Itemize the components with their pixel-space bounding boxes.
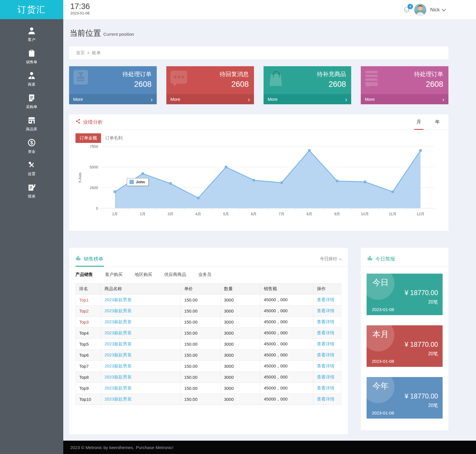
sidebar-item-sales-order[interactable]: 销售单 xyxy=(0,46,63,68)
product-link[interactable]: 2023新款男装 xyxy=(104,352,131,357)
view-detail-link[interactable]: 查看详情 xyxy=(317,297,334,302)
view-detail-link[interactable]: 查看详情 xyxy=(317,385,334,390)
breadcrumb-separator: > xyxy=(87,50,90,55)
stat-card-body: 待处理订单2608 xyxy=(69,66,157,94)
view-detail-link[interactable]: 查看详情 xyxy=(317,308,334,313)
view-detail-link[interactable]: 查看详情 xyxy=(317,352,334,357)
breadcrumb-item[interactable]: 账单 xyxy=(92,50,101,55)
purchase-order-icon xyxy=(27,94,36,102)
series-tab-订单金额[interactable]: 订单金额 xyxy=(75,133,101,143)
view-detail-link[interactable]: 查看详情 xyxy=(317,363,334,368)
stat-card-more-link[interactable]: More› xyxy=(264,94,351,104)
period-tabs: 月年 xyxy=(405,119,442,130)
sidebar-item-report[interactable]: 报表 xyxy=(0,180,63,202)
table-row: Top72023新款男装150.00300045000，000查看详情 xyxy=(76,361,341,372)
stat-card-value: 2608 xyxy=(317,80,346,89)
product-link[interactable]: 2023新款男装 xyxy=(104,308,131,313)
user-area: 4 Nick xyxy=(403,0,445,19)
product-cell: 2023新款男装 xyxy=(101,295,181,306)
product-library-icon xyxy=(27,116,36,125)
copyright-text: 2023 © Metronic by keenthemes. xyxy=(70,445,134,450)
chart-legend[interactable]: John xyxy=(127,178,149,186)
sidebar-item-label: 采购单 xyxy=(26,104,37,110)
product-cell: 2023新款男装 xyxy=(101,317,181,328)
stat-card-more-link[interactable]: More› xyxy=(166,94,254,104)
current-time: 17:36 xyxy=(70,2,90,11)
product-link[interactable]: 2023新款男装 xyxy=(104,330,131,335)
amount-cell: 45000，000 xyxy=(260,295,313,306)
chevron-right-icon: › xyxy=(248,97,250,101)
sidebar-item-product-library[interactable]: 商品库 xyxy=(0,113,63,135)
legend-label: John xyxy=(136,180,145,184)
area-chart: 0250050007500Y-Axis1月2月3月4月5月6月7月8月9月10月… xyxy=(69,143,448,230)
stat-card-more-link[interactable]: More› xyxy=(69,94,157,104)
notifications-button[interactable]: 4 xyxy=(403,6,410,14)
column-header: 单价 xyxy=(181,283,220,295)
qty-cell: 3000 xyxy=(220,295,260,306)
sidebar-item-settings[interactable]: 设置 xyxy=(0,157,63,180)
product-link[interactable]: 2023新款男装 xyxy=(104,319,131,324)
product-link[interactable]: 2023新款男装 xyxy=(104,396,131,401)
table-header-row: 排名商品名称单价数量销售额操作 xyxy=(76,283,341,295)
sidebar-item-customer[interactable]: 客户 xyxy=(0,23,63,46)
rank-cell: Top4 xyxy=(76,328,101,339)
amount-cell: 45000，000 xyxy=(260,328,313,339)
app-logo[interactable]: 订货汇 xyxy=(0,0,63,19)
sales-tab-地区购买[interactable]: 地区购买 xyxy=(135,272,152,277)
view-detail-link[interactable]: 查看详情 xyxy=(317,396,334,401)
brief-amount: ¥ 18770.00 xyxy=(405,289,438,297)
sales-tab-产品销售[interactable]: 产品销售 xyxy=(75,272,93,277)
period-tab-月[interactable]: 月 xyxy=(414,119,423,130)
list-icon xyxy=(364,69,383,88)
rank-cell: Top3 xyxy=(76,317,101,328)
purchase-link[interactable]: Purchase Metronic! xyxy=(136,445,173,450)
action-cell: 查看详情 xyxy=(313,372,341,383)
column-header: 数量 xyxy=(220,283,260,295)
action-cell: 查看详情 xyxy=(313,350,341,361)
sales-tab-业务员[interactable]: 业务员 xyxy=(198,272,211,277)
avatar[interactable] xyxy=(414,4,426,16)
clock: 17:36 2023-01-08 xyxy=(70,2,90,15)
sidebar-item-funds[interactable]: $资金 xyxy=(0,135,63,157)
view-detail-link[interactable]: 查看详情 xyxy=(317,319,334,324)
series-tab-订单毛利[interactable]: 订单毛利 xyxy=(101,133,127,143)
topbar: 17:36 2023-01-08 4 Nick xyxy=(63,0,476,20)
price-cell: 150.00 xyxy=(181,350,220,361)
stat-card-title: 待处理订单 xyxy=(122,70,152,78)
sidebar-item-label: 设置 xyxy=(28,171,35,177)
action-cell: 查看详情 xyxy=(313,383,341,394)
product-link[interactable]: 2023新款男装 xyxy=(104,385,131,390)
product-link[interactable]: 2023新款男装 xyxy=(104,363,131,368)
svg-text:7500: 7500 xyxy=(90,144,98,149)
product-cell: 2023新款男装 xyxy=(101,350,181,361)
sales-tab-供应商商品[interactable]: 供应商商品 xyxy=(164,272,186,277)
sidebar-item-purchase-order[interactable]: 采购单 xyxy=(0,90,63,113)
product-link[interactable]: 2023新款男装 xyxy=(104,374,131,379)
view-detail-link[interactable]: 查看详情 xyxy=(317,374,334,379)
sidebar-item-merchant[interactable]: 商家 xyxy=(0,68,63,90)
stat-card-more-link[interactable]: More› xyxy=(361,94,448,104)
svg-text:12月: 12月 xyxy=(416,212,424,216)
amount-cell: 45000，000 xyxy=(260,317,313,328)
brief-amount: ¥ 18770.00 xyxy=(405,341,438,349)
sales-tab-客户购买[interactable]: 客户购买 xyxy=(105,272,122,277)
customer-icon xyxy=(27,26,36,35)
product-link[interactable]: 2023新款男装 xyxy=(104,341,131,346)
price-cell: 150.00 xyxy=(181,394,220,405)
breadcrumb-item[interactable]: 首页 xyxy=(76,50,85,55)
product-link[interactable]: 2023新款男装 xyxy=(104,297,131,302)
period-tab-年[interactable]: 年 xyxy=(433,119,442,129)
view-detail-link[interactable]: 查看详情 xyxy=(317,341,334,346)
brief-label: 今日 xyxy=(372,277,389,288)
sales-ranking-panel: 销售榜单 今日排行 产品销售客户购买地区购买供应商商品业务员 排名商品名称单价数… xyxy=(69,248,348,434)
user-menu[interactable]: Nick xyxy=(430,7,445,13)
svg-text:3月: 3月 xyxy=(167,212,173,216)
view-detail-link[interactable]: 查看详情 xyxy=(317,330,334,335)
brief-label: 本月 xyxy=(372,329,389,340)
more-label: More xyxy=(268,97,277,102)
brief-date: 2023-01-08 xyxy=(372,307,394,312)
sales-filter-dropdown[interactable]: 今日排行 xyxy=(320,256,341,262)
brief-count: 20笔 xyxy=(428,351,438,357)
column-header: 操作 xyxy=(313,283,341,295)
svg-text:6月: 6月 xyxy=(251,212,257,216)
